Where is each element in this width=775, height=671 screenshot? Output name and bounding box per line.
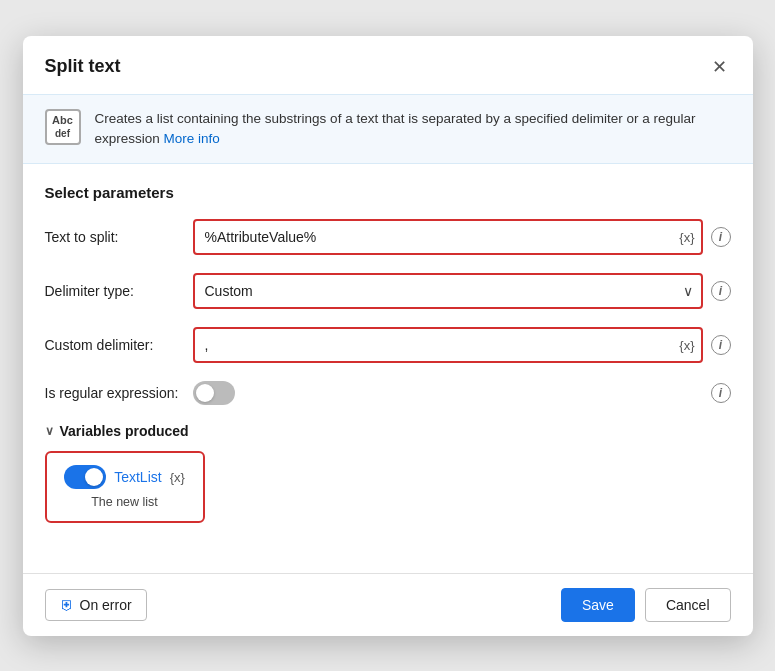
text-to-split-row: Text to split: {x} i (45, 219, 731, 255)
is-regex-row: Is regular expression: i (45, 381, 731, 405)
dialog-body: Select parameters Text to split: {x} i D… (23, 164, 753, 573)
variables-section: ∨ Variables produced TextList {x} The ne… (45, 423, 731, 523)
dialog-title: Split text (45, 56, 121, 77)
custom-delimiter-info-icon[interactable]: i (711, 335, 731, 355)
custom-delimiter-row: Custom delimiter: {x} i (45, 327, 731, 363)
custom-delimiter-field: {x} i (193, 327, 731, 363)
variable-toggle-thumb (85, 468, 103, 486)
custom-delimiter-input-wrapper: {x} (193, 327, 703, 363)
delimiter-type-info-icon[interactable]: i (711, 281, 731, 301)
more-info-link[interactable]: More info (164, 131, 220, 146)
toggle-thumb (196, 384, 214, 402)
variable-name: TextList (114, 469, 161, 485)
save-button[interactable]: Save (561, 588, 635, 622)
section-title: Select parameters (45, 184, 731, 201)
dialog-header: Split text ✕ (23, 36, 753, 94)
variables-section-label: Variables produced (60, 423, 189, 439)
dialog-footer: ⛨ On error Save Cancel (23, 573, 753, 636)
info-banner: Abcdef Creates a list containing the sub… (23, 94, 753, 165)
custom-delimiter-label: Custom delimiter: (45, 337, 193, 353)
variable-toggle-track (64, 465, 106, 489)
variable-toggle[interactable] (64, 465, 106, 489)
footer-left: ⛨ On error (45, 589, 147, 621)
on-error-button[interactable]: ⛨ On error (45, 589, 147, 621)
is-regex-field: i (193, 381, 731, 405)
is-regex-info-icon[interactable]: i (711, 383, 731, 403)
text-to-split-info-icon[interactable]: i (711, 227, 731, 247)
cancel-button[interactable]: Cancel (645, 588, 731, 622)
delimiter-type-field: Standard Custom Regex ∨ i (193, 273, 731, 309)
on-error-label: On error (80, 597, 132, 613)
variables-header[interactable]: ∨ Variables produced (45, 423, 731, 439)
variable-description: The new list (91, 495, 158, 509)
delimiter-type-select[interactable]: Standard Custom Regex (193, 273, 703, 309)
toggle-track (193, 381, 235, 405)
variable-card: TextList {x} The new list (45, 451, 205, 523)
shield-icon: ⛨ (60, 597, 74, 613)
delimiter-type-dropdown-wrapper: Standard Custom Regex ∨ (193, 273, 703, 309)
variable-card-top-row: TextList {x} (64, 465, 185, 489)
chevron-down-icon: ∨ (45, 424, 54, 438)
footer-right: Save Cancel (561, 588, 731, 622)
delimiter-type-label: Delimiter type: (45, 283, 193, 299)
text-to-split-label: Text to split: (45, 229, 193, 245)
abc-icon: Abcdef (45, 109, 81, 145)
close-button[interactable]: ✕ (708, 54, 731, 80)
variable-expr: {x} (170, 470, 185, 485)
text-to-split-input[interactable] (193, 219, 703, 255)
delimiter-type-row: Delimiter type: Standard Custom Regex ∨ … (45, 273, 731, 309)
info-text: Creates a list containing the substrings… (95, 109, 731, 150)
text-to-split-input-wrapper: {x} (193, 219, 703, 255)
is-regex-label: Is regular expression: (45, 385, 193, 401)
split-text-dialog: Split text ✕ Abcdef Creates a list conta… (23, 36, 753, 636)
text-to-split-field: {x} i (193, 219, 731, 255)
custom-delimiter-input[interactable] (193, 327, 703, 363)
is-regex-toggle[interactable] (193, 381, 235, 405)
